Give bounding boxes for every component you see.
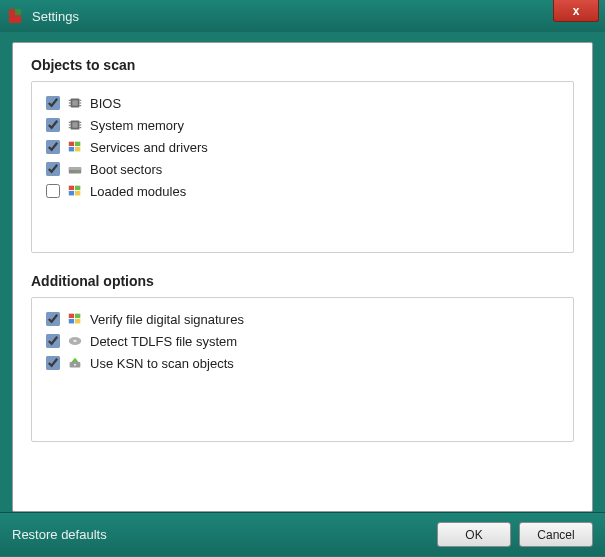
svg-point-34 [74,364,76,366]
titlebar: Settings x [0,0,605,32]
row-label: Loaded modules [90,184,186,199]
checkbox-objects-0[interactable] [46,96,60,110]
app-icon [6,7,24,25]
svg-rect-29 [69,319,74,323]
svg-rect-21 [69,167,81,170]
svg-rect-18 [69,147,74,151]
svg-rect-9 [72,122,77,127]
check-row: Loaded modules [46,180,559,202]
objects-to-scan-box: BIOSSystem memoryServices and driversBoo… [31,81,574,253]
cancel-button[interactable]: Cancel [519,522,593,547]
svg-rect-17 [75,142,80,146]
bottom-bar: Restore defaults OK Cancel [0,512,605,556]
disk-icon [66,332,84,350]
checkbox-additional-2[interactable] [46,356,60,370]
svg-point-32 [73,340,77,342]
content-area: Objects to scan BIOSSystem memoryService… [12,42,593,512]
check-row: Detect TDLFS file system [46,330,559,352]
row-label: Use KSN to scan objects [90,356,234,371]
windows-icon [66,310,84,328]
section-title-additional: Additional options [31,273,574,289]
svg-rect-30 [75,319,80,323]
drive-icon [66,160,84,178]
additional-options-box: Verify file digital signaturesDetect TDL… [31,297,574,442]
checkbox-objects-2[interactable] [46,140,60,154]
row-label: Detect TDLFS file system [90,334,237,349]
svg-rect-23 [69,186,74,190]
check-row: System memory [46,114,559,136]
restore-defaults-link[interactable]: Restore defaults [12,527,107,542]
checkbox-objects-1[interactable] [46,118,60,132]
svg-rect-27 [69,314,74,318]
check-row: Verify file digital signatures [46,308,559,330]
row-label: Services and drivers [90,140,208,155]
button-group: OK Cancel [437,522,593,547]
checkbox-additional-1[interactable] [46,334,60,348]
svg-rect-28 [75,314,80,318]
svg-rect-19 [75,147,80,151]
row-label: Boot sectors [90,162,162,177]
section-title-objects: Objects to scan [31,57,574,73]
svg-rect-25 [69,191,74,195]
window-title: Settings [32,9,79,24]
checkbox-objects-3[interactable] [46,162,60,176]
check-row: BIOS [46,92,559,114]
close-button[interactable]: x [553,0,599,22]
check-row: Boot sectors [46,158,559,180]
check-row: Use KSN to scan objects [46,352,559,374]
windows-icon [66,182,84,200]
svg-rect-24 [75,186,80,190]
chip-icon [66,116,84,134]
svg-rect-1 [72,100,77,105]
svg-rect-26 [75,191,80,195]
chip-icon [66,94,84,112]
checkbox-objects-4[interactable] [46,184,60,198]
check-row: Services and drivers [46,136,559,158]
scan-icon [66,354,84,372]
svg-point-22 [78,171,80,173]
ok-button[interactable]: OK [437,522,511,547]
windows-icon [66,138,84,156]
close-icon: x [573,4,580,18]
row-label: BIOS [90,96,121,111]
svg-rect-16 [69,142,74,146]
row-label: System memory [90,118,184,133]
row-label: Verify file digital signatures [90,312,244,327]
checkbox-additional-0[interactable] [46,312,60,326]
